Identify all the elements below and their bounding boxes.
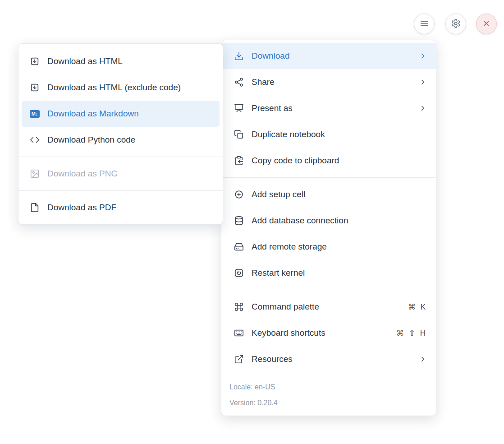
copy-icon: [234, 130, 244, 139]
menu-item-add-database-connection[interactable]: Add database connection: [221, 208, 436, 234]
share-icon: [234, 77, 244, 87]
menu-divider: [18, 190, 223, 191]
settings-button[interactable]: [445, 14, 466, 34]
menu-divider: [221, 290, 436, 290]
command-icon: [234, 302, 244, 312]
download-submenu: Download as HTML Download as HTML (exclu…: [18, 43, 223, 225]
submenu-item-label: Download as PNG: [47, 169, 213, 179]
box-download-icon: [30, 83, 40, 92]
submenu-item-label: Download as PDF: [47, 203, 213, 213]
menu-item-add-remote-storage[interactable]: Add remote storage: [221, 234, 436, 260]
version-text: Version: 0.20.4: [229, 397, 428, 409]
menu-divider: [18, 157, 223, 157]
chevron-right-icon: [419, 52, 427, 60]
menu-item-label: Command palette: [252, 302, 400, 312]
locale-text: Locale: en-US: [229, 381, 428, 393]
menu-item-keyboard-shortcuts[interactable]: Keyboard shortcuts ⌘ ⇧ H: [221, 320, 436, 346]
markdown-icon: M↓: [30, 109, 40, 119]
file-icon: [30, 203, 40, 213]
submenu-item-download-html-exclude-code[interactable]: Download as HTML (exclude code): [22, 74, 220, 101]
menu-item-label: Resources: [252, 354, 411, 364]
cell-border-line: [0, 62, 18, 62]
image-icon: [30, 169, 40, 179]
menu-item-download[interactable]: Download: [221, 43, 436, 69]
power-icon: [234, 268, 244, 278]
notebook-actions-menu: Download Share Present as Duplicate note…: [221, 40, 436, 416]
menu-item-label: Copy code to clipboard: [252, 156, 427, 166]
menu-item-label: Restart kernel: [252, 268, 427, 278]
clipboard-copy-icon: [234, 156, 244, 166]
submenu-item-label: Download as Markdown: [47, 109, 213, 119]
menu-item-resources[interactable]: Resources: [221, 346, 436, 372]
menu-item-restart-kernel[interactable]: Restart kernel: [221, 260, 436, 286]
database-icon: [234, 216, 244, 226]
submenu-item-download-png[interactable]: Download as PNG: [22, 161, 220, 187]
submenu-item-label: Download Python code: [47, 135, 213, 145]
shortcut-hint: ⌘ K: [408, 302, 427, 312]
close-app-button[interactable]: [476, 14, 497, 34]
box-download-icon: [30, 56, 40, 66]
menu-footer: Locale: en-US Version: 0.20.4: [221, 376, 436, 416]
submenu-item-download-python-code[interactable]: Download Python code: [22, 127, 220, 153]
menu-item-label: Present as: [252, 103, 411, 113]
chevron-right-icon: [419, 355, 427, 363]
download-icon: [234, 51, 244, 61]
notebook-menu-button[interactable]: [414, 14, 435, 34]
menu-item-label: Add setup cell: [252, 190, 427, 199]
menu-item-label: Share: [252, 77, 411, 87]
gear-icon: [451, 18, 461, 30]
menu-item-label: Keyboard shortcuts: [252, 328, 389, 338]
menu-item-share[interactable]: Share: [221, 69, 436, 95]
menu-item-label: Add remote storage: [252, 242, 427, 252]
markdown-badge: M↓: [30, 110, 40, 118]
menu-item-add-setup-cell[interactable]: Add setup cell: [221, 181, 436, 208]
menu-item-command-palette[interactable]: Command palette ⌘ K: [221, 294, 436, 320]
submenu-item-download-markdown[interactable]: M↓ Download as Markdown: [22, 101, 220, 127]
code-icon: [30, 135, 40, 145]
external-link-icon: [234, 354, 244, 364]
submenu-item-download-html[interactable]: Download as HTML: [22, 48, 220, 74]
menu-divider: [221, 177, 436, 178]
cell-border-line: [0, 82, 18, 82]
menu-item-present-as[interactable]: Present as: [221, 95, 436, 121]
keyboard-icon: [234, 328, 244, 338]
presentation-icon: [234, 103, 244, 113]
chevron-right-icon: [419, 104, 427, 112]
menu-item-label: Download: [252, 51, 411, 61]
menu-item-label: Duplicate notebook: [252, 130, 427, 139]
submenu-item-label: Download as HTML (exclude code): [47, 83, 213, 92]
submenu-item-label: Download as HTML: [47, 56, 213, 66]
menu-item-duplicate-notebook[interactable]: Duplicate notebook: [221, 121, 436, 148]
menu-item-label: Add database connection: [252, 216, 427, 226]
circle-plus-icon: [234, 190, 244, 199]
hard-drive-icon: [234, 242, 244, 252]
chevron-right-icon: [419, 78, 427, 86]
close-icon: [481, 18, 491, 30]
hamburger-icon: [419, 18, 429, 30]
menu-item-copy-code[interactable]: Copy code to clipboard: [221, 148, 436, 174]
submenu-item-download-pdf[interactable]: Download as PDF: [22, 194, 220, 221]
shortcut-hint: ⌘ ⇧ H: [396, 328, 427, 338]
